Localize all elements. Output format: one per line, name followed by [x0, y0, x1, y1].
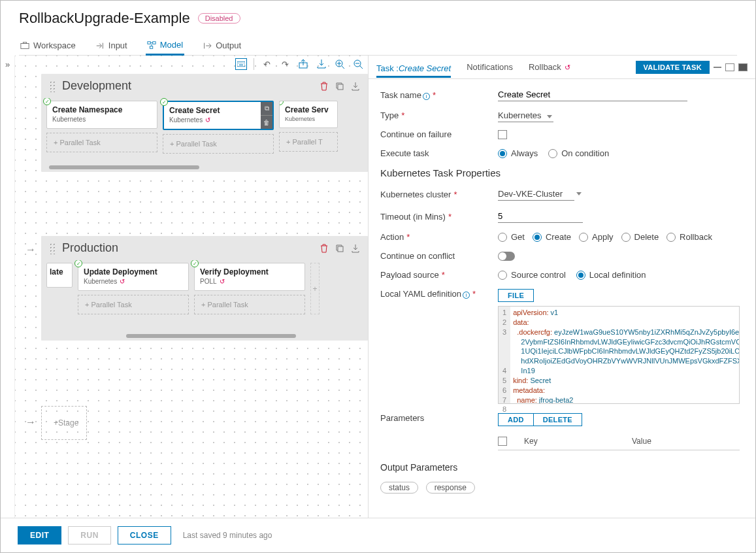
- import-stage-icon[interactable]: [351, 82, 360, 91]
- task-name-label: Create Secret: [169, 106, 267, 115]
- run-button: RUN: [68, 526, 111, 545]
- add-parallel-task[interactable]: + Parallel Task: [163, 134, 274, 154]
- tab-workspace[interactable]: Workspace: [19, 36, 77, 55]
- task-create-service[interactable]: ✓ Create Serv Kubernetes: [279, 101, 338, 128]
- rollback-icon: ↺: [563, 63, 570, 71]
- horizontal-scrollbar[interactable]: [126, 334, 296, 338]
- right-tab-task[interactable]: Task :Create Secret: [376, 61, 451, 78]
- tab-output[interactable]: Output: [201, 36, 242, 55]
- check-icon: ✓: [279, 101, 284, 105]
- stage-production[interactable]: Production late ✓: [41, 236, 368, 341]
- task-name-input[interactable]: [498, 88, 687, 101]
- exec-always-radio[interactable]: Always: [498, 148, 538, 158]
- continue-on-failure-label: Continue on failure: [380, 129, 498, 139]
- zoom-out-icon[interactable]: [352, 58, 364, 70]
- canvas-toolbar: ↶ ↷: [235, 58, 364, 70]
- minimize-icon[interactable]: [714, 67, 721, 68]
- copy-icon[interactable]: [335, 82, 344, 91]
- action-delete-radio[interactable]: Delete: [621, 232, 659, 242]
- svg-rect-4: [150, 46, 152, 48]
- redo-icon[interactable]: ↷: [279, 58, 291, 70]
- payload-source-label: Payload source*: [380, 270, 498, 280]
- check-icon: ✓: [160, 98, 168, 106]
- timeout-input[interactable]: [498, 210, 583, 223]
- tab-model[interactable]: Model: [146, 36, 184, 56]
- file-button[interactable]: FILE: [498, 289, 534, 302]
- continue-on-conflict-toggle[interactable]: [498, 252, 515, 261]
- add-stage-button[interactable]: + Stage: [41, 406, 87, 440]
- trash-icon[interactable]: [320, 244, 329, 253]
- payload-source-control-radio[interactable]: Source control: [498, 270, 566, 280]
- horizontal-scrollbar[interactable]: [49, 165, 199, 169]
- exec-condition-radio[interactable]: On condition: [548, 148, 609, 158]
- svg-rect-14: [338, 84, 343, 90]
- execute-task-label: Execute task: [380, 148, 498, 158]
- main-tabs: Workspace Input Model Output: [19, 36, 737, 56]
- import-icon[interactable]: [316, 58, 327, 70]
- trash-icon[interactable]: 🗑: [261, 115, 272, 129]
- task-verify-deployment[interactable]: ✓ Verify Deployment POLL ↺: [194, 263, 305, 291]
- validate-task-button[interactable]: VALIDATE TASK: [636, 61, 710, 74]
- section-header: Kubernetes Task Properties: [380, 167, 744, 178]
- tab-input[interactable]: Input: [94, 36, 129, 55]
- zoom-in-icon[interactable]: [334, 58, 346, 70]
- task-type-label: Kubernetes: [52, 116, 152, 123]
- check-icon: ✓: [74, 260, 82, 267]
- expand-sidebar-button[interactable]: »: [1, 56, 15, 518]
- type-select[interactable]: Kubernetes: [498, 109, 553, 122]
- add-parallel-task[interactable]: + Parallel Task: [46, 133, 157, 152]
- continue-on-failure-checkbox[interactable]: [498, 130, 507, 139]
- trash-icon[interactable]: [320, 82, 329, 91]
- stage-title: Production: [62, 241, 118, 255]
- add-parallel-task[interactable]: + Parallel T: [279, 132, 338, 152]
- task-create-namespace[interactable]: ✓ Create Namespace Kubernetes: [46, 101, 157, 129]
- right-tab-rollback[interactable]: Rollback ↺: [529, 59, 570, 75]
- action-get-radio[interactable]: Get: [498, 232, 525, 242]
- yaml-editor[interactable]: 123 45678 apiVersion: v1 data: .dockercf…: [498, 306, 740, 404]
- payload-local-radio[interactable]: Local definition: [576, 270, 646, 280]
- task-name-label: Create Serv: [285, 105, 332, 114]
- pipeline-canvas[interactable]: ↶ ↷ Development: [15, 56, 368, 518]
- output-tag-status[interactable]: status: [380, 482, 418, 494]
- info-icon[interactable]: i: [423, 93, 430, 100]
- select-all-checkbox[interactable]: [498, 437, 507, 446]
- task-update-deployment[interactable]: ✓ Update Deployment Kubernetes ↺: [78, 263, 189, 291]
- k8s-cluster-select[interactable]: Dev-VKE-Cluster: [498, 188, 574, 201]
- keyboard-icon[interactable]: [235, 58, 247, 70]
- action-apply-radio[interactable]: Apply: [579, 232, 614, 242]
- drag-handle-icon[interactable]: [49, 243, 56, 254]
- output-tag-response[interactable]: response: [426, 482, 475, 494]
- copy-icon[interactable]: [335, 244, 344, 253]
- drag-handle-icon[interactable]: [49, 80, 56, 92]
- action-create-radio[interactable]: Create: [533, 232, 571, 242]
- right-tab-notifications[interactable]: Notifications: [467, 59, 513, 75]
- undo-icon[interactable]: ↶: [261, 58, 272, 70]
- task-create-secret[interactable]: ✓ Create Secret Kubernetes ↺ ⧉ 🗑: [163, 101, 274, 130]
- arrow-icon: →: [25, 416, 36, 428]
- task-name-label: late: [50, 267, 67, 276]
- add-parallel-task[interactable]: + Parallel Task: [194, 295, 305, 314]
- task-truncated[interactable]: late: [46, 263, 73, 288]
- add-parameter-button[interactable]: ADD: [498, 413, 534, 426]
- task-name-label: Verify Deployment: [200, 267, 299, 276]
- close-button[interactable]: CLOSE: [118, 526, 171, 545]
- svg-rect-2: [148, 41, 150, 44]
- check-icon: ✓: [43, 98, 51, 105]
- task-name-label: Create Namespace: [52, 105, 152, 114]
- add-parallel-task[interactable]: + Parallel Task: [78, 295, 189, 314]
- output-icon: [203, 41, 212, 50]
- info-icon[interactable]: i: [463, 292, 470, 299]
- edit-button[interactable]: EDIT: [18, 526, 61, 545]
- stage-development[interactable]: Development ✓ Create Namespace Kubernete…: [41, 74, 368, 172]
- maximize-icon[interactable]: [738, 63, 748, 71]
- output-params-header: Output Parameters: [380, 462, 744, 473]
- column-key-header: Key: [524, 437, 632, 446]
- action-rollback-radio[interactable]: Rollback: [666, 232, 712, 242]
- copy-icon[interactable]: ⧉: [261, 102, 272, 115]
- svg-rect-0: [21, 43, 29, 48]
- export-icon[interactable]: [297, 58, 309, 70]
- restore-icon[interactable]: [725, 63, 734, 71]
- import-stage-icon[interactable]: [351, 244, 360, 253]
- add-task-button[interactable]: +: [310, 263, 320, 314]
- delete-parameter-button[interactable]: DELETE: [534, 413, 582, 426]
